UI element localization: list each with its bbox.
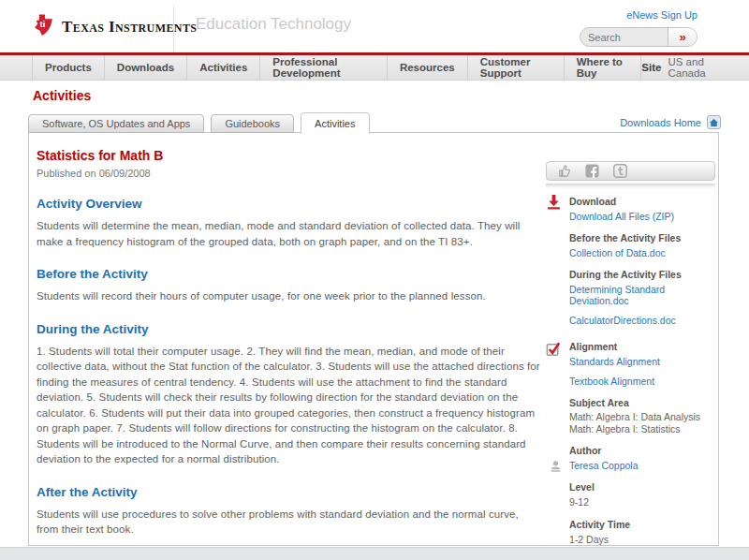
- nav-item-professional-development[interactable]: Professional Development: [260, 55, 388, 80]
- twitter-icon[interactable]: [613, 164, 627, 178]
- like-icon[interactable]: [558, 165, 571, 177]
- svg-text:ti: ti: [40, 20, 46, 29]
- published-date: Published on 06/09/2008: [37, 168, 542, 179]
- nav-item-downloads[interactable]: Downloads: [105, 55, 187, 80]
- tab-bar: Software, OS Updates and Apps Guidebooks…: [28, 111, 719, 133]
- section-heading-during-activity: During the Activity: [37, 322, 542, 336]
- alignment-checkbox-icon: [546, 341, 563, 361]
- section-heading-activity-overview: Activity Overview: [37, 197, 542, 211]
- search-input[interactable]: [580, 28, 668, 46]
- tab-activities[interactable]: Activities: [301, 112, 369, 134]
- social-share-bar: [546, 161, 715, 181]
- nav-item-activities[interactable]: Activities: [187, 55, 260, 80]
- site-label: Site: [641, 62, 661, 73]
- standards-alignment-link[interactable]: Standards Alignment: [569, 356, 715, 367]
- site-value: US and Canada: [668, 56, 719, 79]
- ti-bug-icon: ti: [32, 13, 55, 41]
- section-body-during-activity: 1. Students will total their computer us…: [37, 344, 542, 467]
- section-body-before-activity: Students will record their hours of comp…: [37, 288, 542, 304]
- section-body-activity-overview: Students will determine the mean, median…: [37, 218, 542, 249]
- during-files-heading: During the Activity Files: [569, 269, 715, 280]
- search-submit-button[interactable]: »: [668, 28, 697, 46]
- alignment-heading: Alignment: [569, 341, 715, 352]
- details-sidebar: Download Download All Files (ZIP) Before…: [546, 161, 715, 560]
- tab-software-os-updates-apps[interactable]: Software, OS Updates and Apps: [28, 114, 204, 133]
- alignment-section: Alignment Standards Alignment Textbook A…: [546, 341, 715, 560]
- article-title: Statistics for Math B: [37, 148, 542, 163]
- subject-area-heading: Subject Area: [569, 397, 715, 408]
- main-nav: Products Downloads Activities Profession…: [0, 55, 749, 81]
- activity-time-value: 1-2 Days: [569, 534, 715, 546]
- details-panel: Download Download All Files (ZIP) Before…: [546, 184, 715, 560]
- textbook-alignment-link[interactable]: Textbook Alignment: [569, 376, 715, 387]
- section-body-after-activity: Students will use procedures to solve ot…: [37, 507, 542, 538]
- download-all-files-link[interactable]: Download All Files (ZIP): [569, 211, 715, 222]
- division-title: Education Technology: [196, 15, 351, 34]
- subject-area-value-2: Math: Algebra I: Statistics: [569, 423, 715, 435]
- download-section: Download Download All Files (ZIP) Before…: [546, 196, 715, 326]
- level-value: 9-12: [569, 496, 715, 508]
- nav-item-products[interactable]: Products: [32, 55, 105, 80]
- ti-wordmark: Texas Instruments: [62, 18, 197, 37]
- content-panel: Statistics for Math B Published on 06/09…: [28, 132, 719, 546]
- page-title: Activities: [33, 88, 91, 103]
- home-icon[interactable]: [707, 115, 721, 129]
- file-link-determining-standard-deviation[interactable]: Determining Standard Deviation.doc: [569, 284, 715, 306]
- downloads-home-link[interactable]: Downloads Home: [620, 117, 701, 128]
- site-header: ti Texas Instruments Education Technolog…: [0, 0, 749, 52]
- site-selector[interactable]: Site US and Canada: [641, 55, 719, 80]
- tab-guidebooks[interactable]: Guidebooks: [211, 114, 294, 133]
- nav-item-resources[interactable]: Resources: [388, 55, 468, 80]
- activity-time-heading: Activity Time: [569, 519, 715, 530]
- nav-item-customer-support[interactable]: Customer Support: [468, 55, 565, 80]
- search-box: »: [580, 27, 698, 47]
- before-files-heading: Before the Activity Files: [569, 232, 715, 243]
- author-link[interactable]: Teresa Coppola: [569, 460, 715, 471]
- facebook-icon[interactable]: [585, 164, 599, 178]
- level-heading: Level: [569, 481, 715, 493]
- enews-signup-link[interactable]: eNews Sign Up: [626, 9, 698, 21]
- download-icon: [546, 194, 562, 214]
- footer-strip: [0, 547, 749, 560]
- download-heading: Download: [569, 196, 715, 207]
- header-divider: [173, 6, 174, 52]
- author-heading: Author: [569, 445, 715, 456]
- author-icon: [549, 460, 563, 478]
- nav-item-where-to-buy[interactable]: Where to Buy: [565, 55, 642, 80]
- subject-area-value-1: Math: Algebra I: Data Analysis: [569, 411, 715, 422]
- ti-logo[interactable]: ti Texas Instruments: [32, 13, 197, 41]
- section-heading-before-activity: Before the Activity: [37, 267, 542, 281]
- downloads-home: Downloads Home: [620, 115, 721, 129]
- file-link-calculator-directions[interactable]: CalculatorDirections.doc: [569, 315, 715, 326]
- file-link-collection-of-data[interactable]: Collection of Data.doc: [569, 247, 715, 258]
- section-heading-after-activity: After the Activity: [37, 485, 542, 499]
- article: Statistics for Math B Published on 06/09…: [37, 148, 542, 538]
